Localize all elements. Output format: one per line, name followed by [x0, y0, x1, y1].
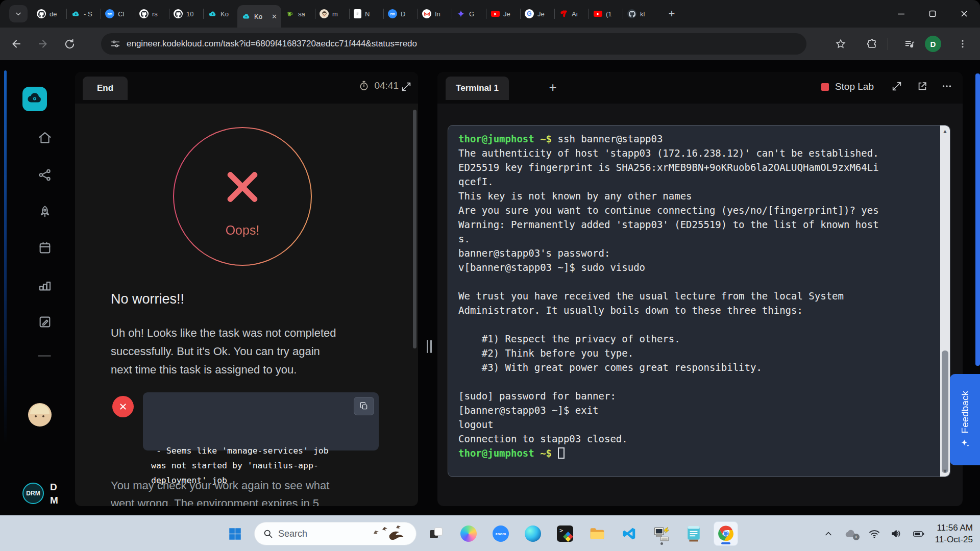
tab-search-button[interactable]	[9, 5, 28, 22]
url-bar[interactable]: engineer.kodekloud.com/task?id=6809f4168…	[101, 33, 806, 55]
terminal-scroll-thumb[interactable]	[942, 350, 948, 473]
start-button[interactable]	[224, 522, 246, 545]
browser-tab[interactable]: zmCl	[101, 4, 135, 23]
taskbar-app-putty[interactable]	[650, 522, 673, 545]
taskbar-app-notepad[interactable]	[682, 522, 705, 545]
terminal-menu-button[interactable]	[941, 81, 952, 92]
taskbar-clock[interactable]: 11:56 AM 11-Oct-25	[935, 522, 973, 545]
scroll-up-icon[interactable]: ▲	[940, 127, 950, 136]
sidebar-item-board[interactable]	[38, 241, 52, 255]
browser-tab[interactable]: Je	[486, 4, 520, 23]
zoom-icon: zm	[388, 9, 397, 18]
clipped-text-line: M	[50, 495, 58, 506]
browser-tab[interactable]: N	[350, 4, 383, 23]
browser-menu-button[interactable]	[952, 34, 973, 54]
open-in-new-button[interactable]	[917, 81, 928, 92]
copy-button[interactable]	[354, 397, 374, 415]
terminal-scrollbar[interactable]: ▲ ▼	[940, 126, 950, 477]
terminal-line: banner@stapp03's password:	[458, 246, 928, 260]
new-terminal-button[interactable]: +	[544, 78, 562, 96]
terminal-line: #3) With great power comes great respons…	[458, 360, 928, 374]
browser-tab[interactable]: zmD	[384, 4, 418, 23]
resize-grip	[427, 340, 428, 353]
github-icon	[174, 9, 183, 18]
taskbar-app-vscode[interactable]	[618, 522, 641, 545]
browser-tab[interactable]: - S	[67, 4, 101, 23]
feedback-button[interactable]: Feedback	[950, 374, 980, 465]
sidebar-item-nodes[interactable]	[38, 168, 52, 182]
terminal-line: We trust you have received the usual lec…	[458, 289, 928, 303]
tab-terminal-1[interactable]: Terminal 1	[446, 77, 509, 100]
browser-tab[interactable]: m	[315, 4, 349, 23]
browser-tab[interactable]: 10	[169, 4, 203, 23]
browser-tab[interactable]: rs	[135, 4, 169, 23]
back-button[interactable]	[6, 34, 27, 54]
browser-tab[interactable]: sa	[281, 4, 315, 23]
close-button[interactable]	[948, 0, 980, 28]
zoom-app-icon: zoom	[493, 525, 509, 542]
user-avatar[interactable]	[28, 403, 52, 427]
terminal-line: qcefI.	[458, 174, 928, 189]
gitea-icon	[285, 9, 295, 18]
new-tab-button[interactable]: +	[664, 6, 679, 21]
taskbar-app-chrome[interactable]	[714, 522, 738, 545]
taskbar-app-edge[interactable]	[521, 522, 545, 545]
sidebar-item-notes[interactable]	[38, 315, 52, 329]
browser-tab-active[interactable]: Ko✕	[237, 5, 281, 28]
terminal-screen[interactable]: thor@jumphost ~$ ssh banner@stapp03The a…	[448, 125, 950, 477]
sidebar-item-rocket[interactable]	[38, 205, 52, 219]
stop-lab-label: Stop Lab	[835, 81, 874, 92]
page-scrollbar[interactable]	[975, 73, 980, 366]
copy-icon	[359, 402, 369, 411]
browser-tab[interactable]: de	[33, 4, 66, 23]
message-line: Uh oh! Looks like the task was not compl…	[111, 324, 336, 342]
taskbar-app-zoomapp[interactable]: zoom	[489, 522, 512, 545]
search-highlight-birds-icon	[369, 523, 413, 544]
tab-label: m	[332, 10, 338, 18]
media-controls-button[interactable]	[899, 34, 920, 54]
taskbar-app-copilot[interactable]	[457, 522, 480, 545]
back-icon	[10, 38, 22, 50]
taskbar-app-explorer[interactable]	[585, 522, 609, 545]
tray-chevron-up[interactable]	[823, 529, 834, 539]
minimize-button[interactable]	[885, 0, 917, 28]
taskbar-app-terminalapp[interactable]: >	[553, 522, 577, 545]
browser-tab[interactable]: Ko	[204, 4, 237, 23]
app-sidebar: DRM D M	[0, 60, 75, 515]
tray-volume[interactable]	[890, 528, 902, 540]
reload-button[interactable]	[59, 34, 80, 54]
putty-icon	[653, 525, 670, 542]
browser-tab[interactable]: In	[418, 4, 452, 23]
browser-tab[interactable]: G	[452, 4, 486, 23]
scroll-down-icon[interactable]: ▼	[940, 466, 950, 475]
browser-tab[interactable]: Ai	[555, 4, 589, 23]
sidebar-item-home[interactable]	[38, 131, 52, 145]
profile-avatar[interactable]: D	[925, 36, 941, 52]
browser-tab[interactable]: (1	[589, 4, 623, 23]
taskbar-app-taskview[interactable]	[425, 522, 448, 545]
sidebar-item-blocks[interactable]	[38, 278, 52, 292]
taskbar-search[interactable]: Search	[254, 522, 416, 545]
browser-tab[interactable]: kl	[623, 4, 657, 23]
panel-scrollbar[interactable]	[413, 110, 416, 348]
oops-circle-inner: Oops!	[174, 128, 311, 265]
expand-panel-button[interactable]	[400, 80, 413, 93]
browser-tab[interactable]: GJe	[521, 4, 554, 23]
forward-button[interactable]	[33, 34, 53, 54]
tab-close-icon[interactable]: ✕	[272, 13, 277, 20]
terminal-line: thor@jumphost ~$ ssh banner@stapp03	[458, 132, 928, 146]
tray-wifi[interactable]	[868, 528, 880, 540]
expand-terminal-button[interactable]	[891, 81, 902, 92]
kodekloud-logo[interactable]	[22, 87, 47, 111]
panel-resize-handle[interactable]	[425, 340, 433, 355]
drm-badge[interactable]: DRM	[22, 483, 44, 504]
extensions-button[interactable]	[862, 34, 883, 54]
stop-lab-button[interactable]: Stop Lab	[821, 81, 874, 92]
tab-end[interactable]: End	[83, 77, 128, 100]
terminal-panel-header: Terminal 1 + Stop Lab	[437, 72, 963, 104]
kebab-menu-icon	[958, 39, 968, 49]
bookmark-button[interactable]	[830, 34, 851, 54]
tray-battery[interactable]	[912, 528, 925, 540]
tray-onedrive[interactable]: ‖	[843, 528, 859, 539]
maximize-button[interactable]	[917, 0, 948, 28]
